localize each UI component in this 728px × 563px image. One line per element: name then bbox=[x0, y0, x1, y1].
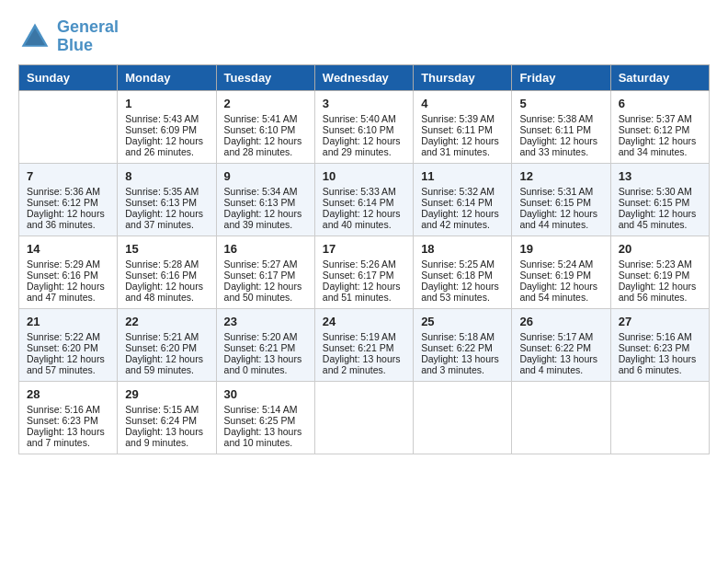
sunrise-text: Sunrise: 5:32 AM bbox=[421, 186, 504, 197]
calendar-week-row: 14Sunrise: 5:29 AMSunset: 6:16 PMDayligh… bbox=[19, 236, 710, 308]
sunrise-text: Sunrise: 5:16 AM bbox=[619, 331, 701, 342]
daylight-text: Daylight: 12 hours and 45 minutes. bbox=[619, 208, 701, 230]
sunset-text: Sunset: 6:17 PM bbox=[224, 270, 307, 281]
day-number: 6 bbox=[619, 97, 701, 110]
sunrise-text: Sunrise: 5:33 AM bbox=[323, 186, 405, 197]
sunrise-text: Sunrise: 5:21 AM bbox=[125, 331, 208, 342]
day-number: 3 bbox=[323, 97, 405, 110]
weekday-header-tuesday: Tuesday bbox=[216, 64, 314, 90]
calendar-day-cell: 2Sunrise: 5:41 AMSunset: 6:10 PMDaylight… bbox=[216, 90, 314, 163]
calendar-day-cell: 28Sunrise: 5:16 AMSunset: 6:23 PMDayligh… bbox=[19, 381, 118, 454]
sunset-text: Sunset: 6:21 PM bbox=[224, 342, 307, 353]
calendar-day-cell: 5Sunrise: 5:38 AMSunset: 6:11 PMDaylight… bbox=[512, 90, 610, 163]
sunrise-text: Sunrise: 5:30 AM bbox=[619, 186, 701, 197]
day-number: 17 bbox=[323, 242, 405, 256]
daylight-text: Daylight: 12 hours and 29 minutes. bbox=[323, 135, 405, 157]
day-number: 18 bbox=[421, 242, 504, 256]
sunset-text: Sunset: 6:16 PM bbox=[27, 270, 109, 281]
sunrise-text: Sunrise: 5:19 AM bbox=[323, 331, 405, 342]
calendar-day-cell: 13Sunrise: 5:30 AMSunset: 6:15 PMDayligh… bbox=[610, 163, 709, 236]
weekday-header-thursday: Thursday bbox=[414, 64, 512, 90]
day-number: 8 bbox=[125, 169, 208, 183]
weekday-header-friday: Friday bbox=[512, 64, 610, 90]
sunset-text: Sunset: 6:11 PM bbox=[519, 124, 602, 135]
calendar-day-cell: 15Sunrise: 5:28 AMSunset: 6:16 PMDayligh… bbox=[118, 236, 216, 308]
day-number: 12 bbox=[519, 169, 602, 183]
sunrise-text: Sunrise: 5:20 AM bbox=[224, 331, 307, 342]
sunrise-text: Sunrise: 5:34 AM bbox=[224, 186, 307, 197]
calendar-day-cell: 14Sunrise: 5:29 AMSunset: 6:16 PMDayligh… bbox=[19, 236, 118, 308]
sunset-text: Sunset: 6:15 PM bbox=[519, 197, 602, 208]
daylight-text: Daylight: 12 hours and 51 minutes. bbox=[323, 281, 405, 303]
sunrise-text: Sunrise: 5:27 AM bbox=[224, 259, 307, 270]
calendar-week-row: 28Sunrise: 5:16 AMSunset: 6:23 PMDayligh… bbox=[19, 381, 710, 454]
weekday-header-saturday: Saturday bbox=[610, 64, 709, 90]
sunset-text: Sunset: 6:16 PM bbox=[125, 270, 208, 281]
daylight-text: Daylight: 13 hours and 6 minutes. bbox=[619, 353, 701, 375]
weekday-header-wednesday: Wednesday bbox=[314, 64, 413, 90]
sunset-text: Sunset: 6:10 PM bbox=[224, 124, 307, 135]
sunrise-text: Sunrise: 5:26 AM bbox=[323, 259, 405, 270]
day-number: 23 bbox=[224, 315, 307, 328]
calendar-day-cell: 23Sunrise: 5:20 AMSunset: 6:21 PMDayligh… bbox=[216, 308, 314, 381]
sunset-text: Sunset: 6:12 PM bbox=[619, 124, 701, 135]
sunset-text: Sunset: 6:19 PM bbox=[619, 270, 701, 281]
calendar-week-row: 7Sunrise: 5:36 AMSunset: 6:12 PMDaylight… bbox=[19, 163, 710, 236]
daylight-text: Daylight: 12 hours and 54 minutes. bbox=[519, 281, 602, 303]
calendar-day-cell: 30Sunrise: 5:14 AMSunset: 6:25 PMDayligh… bbox=[216, 381, 314, 454]
daylight-text: Daylight: 12 hours and 28 minutes. bbox=[224, 135, 307, 157]
day-number: 29 bbox=[125, 387, 208, 401]
sunrise-text: Sunrise: 5:38 AM bbox=[519, 113, 602, 124]
daylight-text: Daylight: 12 hours and 59 minutes. bbox=[125, 353, 208, 375]
sunrise-text: Sunrise: 5:35 AM bbox=[125, 186, 208, 197]
sunrise-text: Sunrise: 5:18 AM bbox=[421, 331, 504, 342]
calendar-day-cell: 20Sunrise: 5:23 AMSunset: 6:19 PMDayligh… bbox=[610, 236, 709, 308]
calendar-day-cell: 12Sunrise: 5:31 AMSunset: 6:15 PMDayligh… bbox=[512, 163, 610, 236]
sunrise-text: Sunrise: 5:39 AM bbox=[421, 113, 504, 124]
sunrise-text: Sunrise: 5:16 AM bbox=[27, 404, 109, 415]
day-number: 16 bbox=[224, 242, 307, 256]
calendar-day-cell: 10Sunrise: 5:33 AMSunset: 6:14 PMDayligh… bbox=[314, 163, 413, 236]
day-number: 5 bbox=[519, 97, 602, 110]
sunset-text: Sunset: 6:20 PM bbox=[27, 342, 109, 353]
daylight-text: Daylight: 12 hours and 44 minutes. bbox=[519, 208, 602, 230]
sunrise-text: Sunrise: 5:43 AM bbox=[125, 113, 208, 124]
sunset-text: Sunset: 6:23 PM bbox=[27, 415, 109, 426]
day-number: 13 bbox=[619, 169, 701, 183]
logo-icon bbox=[18, 20, 51, 53]
daylight-text: Daylight: 12 hours and 34 minutes. bbox=[619, 135, 701, 157]
calendar-day-cell: 1Sunrise: 5:43 AMSunset: 6:09 PMDaylight… bbox=[118, 90, 216, 163]
logo-text: General Blue bbox=[57, 18, 119, 55]
daylight-text: Daylight: 12 hours and 48 minutes. bbox=[125, 281, 208, 303]
sunset-text: Sunset: 6:10 PM bbox=[323, 124, 405, 135]
calendar-table: SundayMondayTuesdayWednesdayThursdayFrid… bbox=[18, 64, 710, 454]
sunrise-text: Sunrise: 5:31 AM bbox=[519, 186, 602, 197]
calendar-day-cell: 6Sunrise: 5:37 AMSunset: 6:12 PMDaylight… bbox=[610, 90, 709, 163]
day-number: 4 bbox=[421, 97, 504, 110]
sunset-text: Sunset: 6:21 PM bbox=[323, 342, 405, 353]
sunset-text: Sunset: 6:22 PM bbox=[421, 342, 504, 353]
calendar-day-cell: 3Sunrise: 5:40 AMSunset: 6:10 PMDaylight… bbox=[314, 90, 413, 163]
daylight-text: Daylight: 13 hours and 3 minutes. bbox=[421, 353, 504, 375]
calendar-week-row: 21Sunrise: 5:22 AMSunset: 6:20 PMDayligh… bbox=[19, 308, 710, 381]
day-number: 1 bbox=[125, 97, 208, 110]
sunset-text: Sunset: 6:23 PM bbox=[619, 342, 701, 353]
sunset-text: Sunset: 6:11 PM bbox=[421, 124, 504, 135]
sunset-text: Sunset: 6:12 PM bbox=[27, 197, 109, 208]
empty-cell bbox=[314, 381, 413, 454]
weekday-header-monday: Monday bbox=[118, 64, 216, 90]
sunrise-text: Sunrise: 5:22 AM bbox=[27, 331, 109, 342]
daylight-text: Daylight: 12 hours and 42 minutes. bbox=[421, 208, 504, 230]
sunset-text: Sunset: 6:13 PM bbox=[224, 197, 307, 208]
sunset-text: Sunset: 6:19 PM bbox=[519, 270, 602, 281]
calendar-day-cell: 22Sunrise: 5:21 AMSunset: 6:20 PMDayligh… bbox=[118, 308, 216, 381]
daylight-text: Daylight: 12 hours and 56 minutes. bbox=[619, 281, 701, 303]
sunset-text: Sunset: 6:18 PM bbox=[421, 270, 504, 281]
sunset-text: Sunset: 6:15 PM bbox=[619, 197, 701, 208]
sunrise-text: Sunrise: 5:36 AM bbox=[27, 186, 109, 197]
logo: General Blue bbox=[18, 18, 119, 55]
sunrise-text: Sunrise: 5:25 AM bbox=[421, 259, 504, 270]
daylight-text: Daylight: 12 hours and 53 minutes. bbox=[421, 281, 504, 303]
sunset-text: Sunset: 6:24 PM bbox=[125, 415, 208, 426]
day-number: 2 bbox=[224, 97, 307, 110]
